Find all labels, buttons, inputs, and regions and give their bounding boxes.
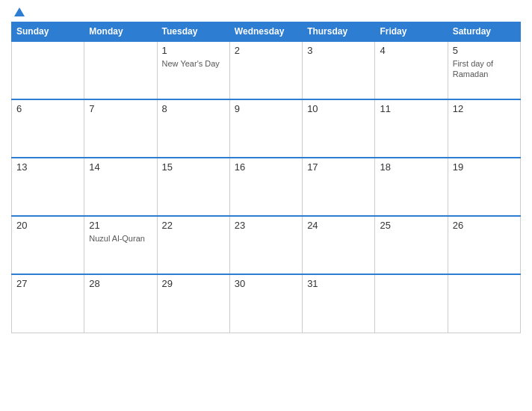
- logo-triangle-icon: [14, 7, 25, 16]
- day-cell: 25: [375, 216, 448, 274]
- day-cell: [375, 274, 448, 333]
- day-cell: 2: [229, 41, 302, 99]
- day-cell: 17: [303, 158, 375, 216]
- day-number: 11: [380, 103, 442, 114]
- day-number: 28: [89, 278, 152, 289]
- day-number: 19: [453, 161, 516, 173]
- day-cell: 9: [229, 99, 302, 158]
- day-number: 2: [235, 45, 297, 56]
- day-cell: 31: [303, 274, 375, 333]
- day-cell: 10: [303, 99, 375, 158]
- day-cell: 16: [229, 158, 302, 216]
- week-row-3: 13141516171819: [12, 158, 521, 216]
- day-cell: 30: [229, 274, 302, 333]
- calendar-header-row: SundayMondayTuesdayWednesdayThursdayFrid…: [12, 22, 521, 42]
- day-number: 15: [162, 161, 225, 173]
- col-header-monday: Monday: [84, 22, 157, 42]
- day-number: 25: [380, 220, 442, 231]
- day-number: 29: [162, 278, 225, 289]
- day-number: 9: [235, 103, 297, 114]
- event-label: Nuzul Al-Quran: [89, 233, 152, 244]
- col-header-saturday: Saturday: [448, 22, 520, 42]
- calendar-table: SundayMondayTuesdayWednesdayThursdayFrid…: [11, 22, 521, 333]
- day-number: 17: [307, 161, 370, 173]
- day-number: 14: [89, 161, 152, 173]
- day-number: 30: [235, 278, 297, 289]
- day-number: 12: [453, 103, 516, 114]
- day-number: 24: [307, 220, 370, 231]
- day-number: 18: [380, 161, 442, 173]
- day-cell: 3: [303, 41, 375, 99]
- day-cell: 28: [84, 274, 157, 333]
- day-number: 27: [16, 278, 79, 289]
- calendar-page: SundayMondayTuesdayWednesdayThursdayFrid…: [0, 0, 532, 411]
- day-number: 16: [235, 161, 297, 173]
- day-number: 1: [162, 45, 225, 56]
- day-number: 13: [16, 161, 79, 173]
- day-cell: 12: [448, 99, 520, 158]
- week-row-1: 1New Year's Day2345First day of Ramadan: [12, 41, 521, 99]
- day-cell: 4: [375, 41, 448, 99]
- col-header-tuesday: Tuesday: [157, 22, 229, 42]
- day-number: 31: [307, 278, 370, 289]
- day-cell: 15: [157, 158, 229, 216]
- day-cell: 1New Year's Day: [157, 41, 229, 99]
- day-number: 20: [16, 220, 79, 231]
- day-cell: 5First day of Ramadan: [448, 41, 520, 99]
- week-row-5: 2728293031: [12, 274, 521, 333]
- day-cell: 6: [12, 99, 84, 158]
- calendar-header: [11, 7, 521, 17]
- event-label: New Year's Day: [162, 58, 225, 69]
- day-cell: [448, 274, 520, 333]
- day-number: 22: [162, 220, 225, 231]
- day-number: 6: [16, 103, 79, 114]
- week-row-4: 2021Nuzul Al-Quran2223242526: [12, 216, 521, 274]
- day-number: 4: [380, 45, 442, 56]
- day-cell: 20: [12, 216, 84, 274]
- day-cell: 29: [157, 274, 229, 333]
- day-cell: 24: [303, 216, 375, 274]
- day-cell: 21Nuzul Al-Quran: [84, 216, 157, 274]
- week-row-2: 6789101112: [12, 99, 521, 158]
- day-cell: 26: [448, 216, 520, 274]
- day-cell: 8: [157, 99, 229, 158]
- col-header-sunday: Sunday: [12, 22, 84, 42]
- day-number: 7: [89, 103, 152, 114]
- day-cell: 13: [12, 158, 84, 216]
- day-cell: 7: [84, 99, 157, 158]
- col-header-wednesday: Wednesday: [229, 22, 302, 42]
- day-number: 26: [453, 220, 516, 231]
- day-number: 3: [307, 45, 370, 56]
- col-header-thursday: Thursday: [303, 22, 375, 42]
- day-number: 21: [89, 220, 152, 231]
- day-cell: [12, 41, 84, 99]
- day-cell: 14: [84, 158, 157, 216]
- day-cell: 23: [229, 216, 302, 274]
- day-cell: [84, 41, 157, 99]
- day-number: 5: [453, 45, 516, 56]
- col-header-friday: Friday: [375, 22, 448, 42]
- day-cell: 11: [375, 99, 448, 158]
- day-number: 10: [307, 103, 370, 114]
- day-cell: 19: [448, 158, 520, 216]
- day-cell: 22: [157, 216, 229, 274]
- day-cell: 18: [375, 158, 448, 216]
- day-number: 23: [235, 220, 297, 231]
- logo: [11, 7, 26, 17]
- day-number: 8: [162, 103, 225, 114]
- event-label: First day of Ramadan: [453, 58, 516, 80]
- day-cell: 27: [12, 274, 84, 333]
